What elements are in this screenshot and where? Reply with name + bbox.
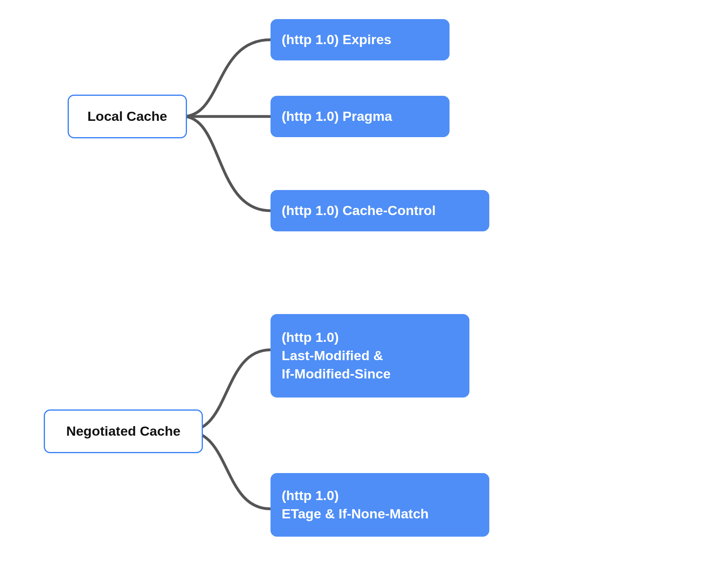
root-node-local-cache: Local Cache [68, 95, 187, 138]
root-label: Negotiated Cache [66, 422, 180, 440]
child-label: (http 1.0) Last-Modified & If-Modified-S… [282, 328, 391, 383]
root-label: Local Cache [88, 107, 167, 126]
child-node-pragma: (http 1.0) Pragma [271, 96, 450, 137]
child-label: (http 1.0) Expires [282, 31, 391, 49]
root-node-negotiated-cache: Negotiated Cache [44, 409, 203, 453]
child-node-last-modified: (http 1.0) Last-Modified & If-Modified-S… [271, 314, 469, 398]
diagram-canvas: Local Cache (http 1.0) Expires (http 1.0… [0, 0, 728, 578]
child-node-expires: (http 1.0) Expires [271, 19, 450, 60]
child-node-cache-control: (http 1.0) Cache-Control [271, 190, 489, 231]
child-label: (http 1.0) Pragma [282, 107, 392, 126]
child-label: (http 1.0) ETage & If-None-Match [282, 487, 429, 523]
child-node-etag: (http 1.0) ETage & If-None-Match [271, 473, 489, 537]
child-label: (http 1.0) Cache-Control [282, 202, 436, 220]
